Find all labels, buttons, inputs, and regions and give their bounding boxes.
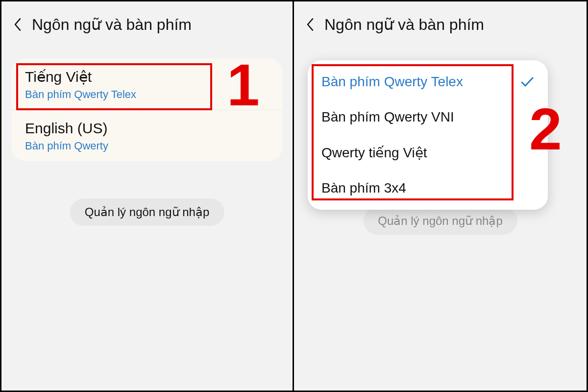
- button-label: Quản lý ngôn ngữ nhập: [85, 205, 210, 219]
- annotation-step-number: 2: [529, 99, 562, 158]
- option-label: Bàn phím 3x4: [321, 180, 406, 196]
- manage-languages-button[interactable]: Quản lý ngôn ngữ nhập: [70, 198, 224, 226]
- option-label: Bàn phím Qwerty VNI: [321, 109, 454, 125]
- manage-languages-button[interactable]: Quản lý ngôn ngữ nhập: [363, 207, 517, 235]
- annotation-step-number: 1: [227, 55, 260, 114]
- layout-option-qwerty-vni[interactable]: Bàn phím Qwerty VNI: [308, 99, 548, 135]
- header: Ngôn ngữ và bàn phím: [294, 1, 587, 44]
- back-icon[interactable]: [12, 19, 23, 30]
- option-label: Bàn phím Qwerty Telex: [321, 74, 463, 90]
- option-label: Qwerty tiếng Việt: [321, 145, 427, 161]
- page-title: Ngôn ngữ và bàn phím: [324, 15, 484, 34]
- layout-option-3x4[interactable]: Bàn phím 3x4: [308, 171, 548, 206]
- button-label: Quản lý ngôn ngữ nhập: [378, 214, 503, 227]
- layout-option-qwerty-vietnamese[interactable]: Qwerty tiếng Việt: [308, 135, 548, 171]
- back-icon[interactable]: [305, 19, 316, 30]
- page-title: Ngôn ngữ và bàn phím: [32, 15, 192, 34]
- language-layout: Bàn phím Qwerty: [25, 140, 269, 152]
- screenshot-step-1: Ngôn ngữ và bàn phím Tiếng Việt Bàn phím…: [1, 1, 294, 391]
- keyboard-layout-popup: Bàn phím Qwerty Telex Bàn phím Qwerty VN…: [308, 60, 548, 210]
- checkmark-icon: [520, 75, 534, 89]
- screenshot-step-2: Ngôn ngữ và bàn phím Quản lý ngôn ngữ nh…: [294, 1, 587, 391]
- header: Ngôn ngữ và bàn phím: [1, 1, 293, 44]
- language-name: English (US): [25, 120, 269, 137]
- layout-option-qwerty-telex[interactable]: Bàn phím Qwerty Telex: [308, 64, 548, 99]
